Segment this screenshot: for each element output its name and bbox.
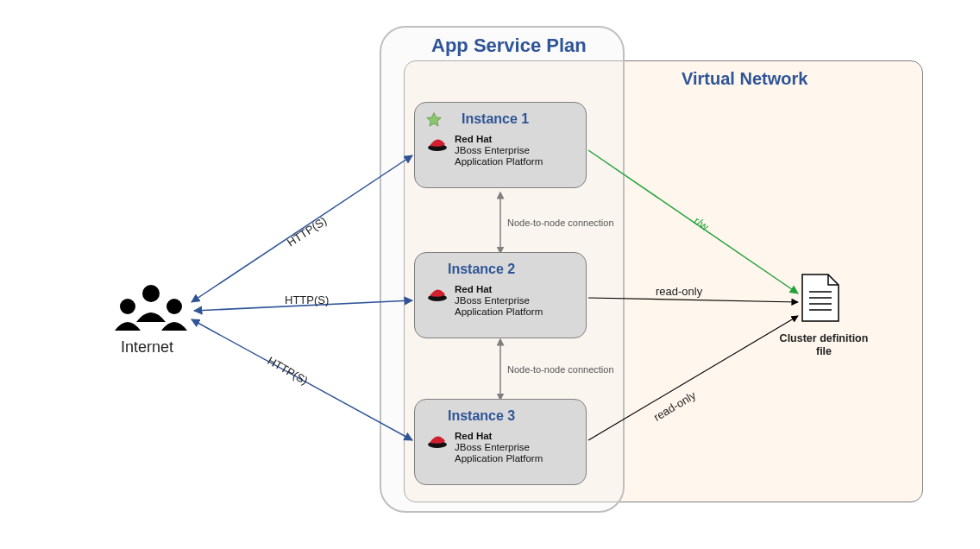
ro-label-mid: read-only [656,285,702,298]
instance-3-redhat-text: Red Hat JBoss Enterprise Application Pla… [455,431,543,465]
node-conn-label-top: Node-to-node connection [507,218,614,228]
redhat-icon [427,431,448,451]
virtual-network-title: Virtual Network [682,69,807,89]
instance-1-redhat-text: Red Hat JBoss Enterprise Application Pla… [455,134,543,168]
users-icon [115,285,187,331]
instance-3-title: Instance 3 [448,408,574,424]
svg-point-2 [166,299,182,314]
http-label-mid: HTTP(S) [285,293,329,306]
http-label-bot: HTTP(S) [266,354,311,388]
star-icon [425,111,443,129]
instance-3-box: Instance 3 Red Hat JBoss Enterprise Appl… [414,399,587,485]
app-service-plan-title: App Service Plan [431,35,587,57]
instance-2-title: Instance 2 [448,262,574,277]
svg-point-0 [142,285,160,302]
redhat-icon [427,284,448,305]
redhat-icon [427,134,448,155]
instance-2-redhat-text: Red Hat JBoss Enterprise Application Pla… [455,284,543,319]
file-label: Cluster definition file [772,332,876,358]
http-label-top: HTTP(S) [285,214,329,249]
instance-1-box: Instance 1 Red Hat JBoss Enterprise Appl… [414,102,587,188]
instance-2-box: Instance 2 Red Hat JBoss Enterprise Appl… [414,252,587,338]
svg-point-1 [120,299,135,314]
instance-1-title: Instance 1 [462,111,574,127]
diagram-canvas: App Service Plan Virtual Network [0,0,980,549]
internet-label: Internet [121,338,173,357]
node-conn-label-bot: Node-to-node connection [507,364,614,375]
